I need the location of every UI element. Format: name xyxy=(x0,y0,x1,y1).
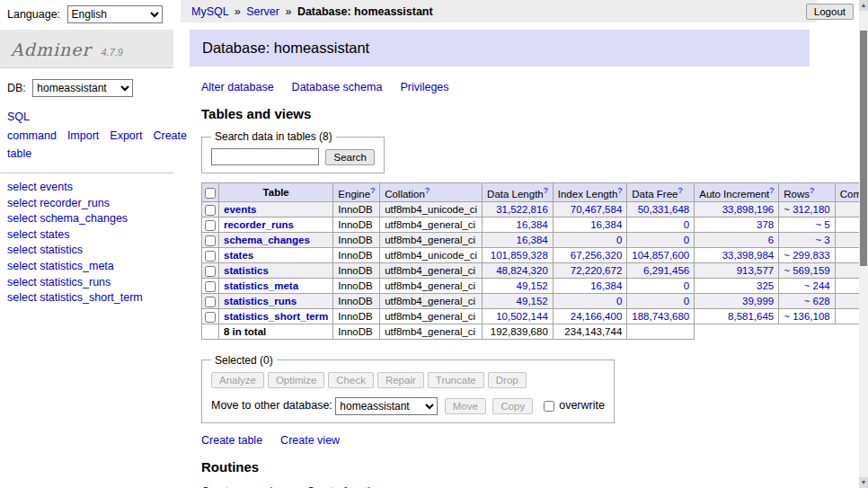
check-button[interactable]: Check xyxy=(328,372,374,388)
index-length-cell-link[interactable]: 0 xyxy=(616,296,622,306)
help-icon[interactable]: ? xyxy=(544,186,548,195)
index-length-cell-link[interactable]: 16,384 xyxy=(590,280,622,291)
db-nav-link[interactable]: Database schema xyxy=(292,81,383,93)
index-length-cell-link[interactable]: 0 xyxy=(616,235,622,245)
row-checkbox[interactable] xyxy=(205,266,216,277)
data-free-cell-link[interactable]: 0 xyxy=(684,219,689,230)
data-length-cell-link[interactable]: 31,522,816 xyxy=(496,204,548,215)
auto-increment-cell-link[interactable]: 8,581,645 xyxy=(728,311,774,322)
help-icon[interactable]: ? xyxy=(769,186,774,195)
data-length-cell-link[interactable]: 10,502,144 xyxy=(496,311,548,322)
overwrite-checkbox[interactable] xyxy=(544,401,554,412)
data-length-cell-link[interactable]: 101,859,328 xyxy=(491,250,548,261)
data-length-cell-link[interactable]: 48,824,320 xyxy=(496,265,548,276)
help-icon[interactable]: ? xyxy=(617,186,622,195)
rows-cell-link[interactable]: ~ 628 xyxy=(804,296,830,306)
sidebar-action-link[interactable]: Export xyxy=(110,129,142,142)
table-name-link[interactable]: schema_changes xyxy=(224,235,310,245)
data-free-cell-link[interactable]: 0 xyxy=(684,296,689,306)
row-checkbox[interactable] xyxy=(205,220,216,231)
auto-increment-cell-link[interactable]: 6 xyxy=(768,235,774,245)
data-free-cell-link[interactable]: 0 xyxy=(684,280,689,291)
repair-button[interactable]: Repair xyxy=(377,372,424,388)
data-free-cell-link[interactable]: 50,331,648 xyxy=(638,204,690,215)
sidebar-table-link[interactable]: select recorder_runs xyxy=(7,197,110,209)
data-length-cell-link[interactable]: 16,384 xyxy=(517,219,548,230)
sidebar-table-link[interactable]: select schema_changes xyxy=(7,212,128,225)
row-checkbox[interactable] xyxy=(205,281,216,292)
table-name-link[interactable]: statistics_runs xyxy=(224,296,297,306)
rows-cell-link[interactable]: ~ 3 xyxy=(815,235,829,245)
breadcrumb-mysql-link[interactable]: MySQL xyxy=(191,5,228,18)
table-name-link[interactable]: states xyxy=(224,250,253,261)
data-free-cell-link[interactable]: 6,291,456 xyxy=(643,265,689,276)
help-icon[interactable]: ? xyxy=(810,186,814,195)
rows-cell-link[interactable]: ~ 312,180 xyxy=(784,204,829,215)
index-length-cell-link[interactable]: 72,220,672 xyxy=(571,265,623,276)
table-name-link[interactable]: statistics xyxy=(224,265,269,276)
scrollbar-thumb[interactable] xyxy=(860,31,867,266)
row-checkbox[interactable] xyxy=(205,205,216,216)
help-icon[interactable]: ? xyxy=(370,186,375,195)
data-length-cell-link[interactable]: 49,152 xyxy=(517,280,548,291)
data-length-cell-link[interactable]: 16,384 xyxy=(517,235,548,245)
select-all-checkbox[interactable] xyxy=(205,188,216,199)
scrollbar-up-arrow[interactable]: ▲ xyxy=(859,0,868,11)
rows-cell-link[interactable]: ~ 569,159 xyxy=(784,265,829,276)
rows-cell-link[interactable]: ~ 299,833 xyxy=(784,250,829,261)
sidebar-table-link[interactable]: select states xyxy=(7,228,69,241)
sidebar-table-link[interactable]: select events xyxy=(7,181,73,193)
db-nav-link[interactable]: Alter database xyxy=(201,81,274,93)
sidebar-table-link[interactable]: select statistics_meta xyxy=(7,260,114,272)
copy-button[interactable]: Copy xyxy=(492,398,533,414)
search-input[interactable] xyxy=(211,148,319,165)
auto-increment-cell-link[interactable]: 325 xyxy=(757,280,774,291)
table-name-link[interactable]: recorder_runs xyxy=(224,219,294,230)
data-free-cell-link[interactable]: 188,743,680 xyxy=(632,311,689,322)
sidebar-action-link[interactable]: SQL command xyxy=(7,111,57,142)
move-db-select[interactable]: homeassistant xyxy=(335,397,438,415)
row-checkbox[interactable] xyxy=(205,312,216,323)
help-icon[interactable]: ? xyxy=(678,186,682,195)
row-checkbox[interactable] xyxy=(205,235,216,246)
scrollbar[interactable]: ▲ ▼ xyxy=(859,0,868,488)
auto-increment-cell-link[interactable]: 33,398,984 xyxy=(722,250,775,261)
analyze-button[interactable]: Analyze xyxy=(211,372,264,388)
table-name-link[interactable]: statistics_short_term xyxy=(224,311,328,322)
rows-cell-link[interactable]: ~ 244 xyxy=(804,280,830,291)
table-name-link[interactable]: events xyxy=(224,204,256,215)
create-link[interactable]: Create table xyxy=(201,434,262,447)
optimize-button[interactable]: Optimize xyxy=(268,372,324,388)
db-nav-link[interactable]: Privileges xyxy=(400,81,448,93)
auto-increment-cell-link[interactable]: 33,898,196 xyxy=(722,204,775,215)
truncate-button[interactable]: Truncate xyxy=(428,372,484,388)
table-name-link[interactable]: statistics_meta xyxy=(224,280,298,291)
index-length-cell-link[interactable]: 24,166,400 xyxy=(571,311,623,322)
rows-cell-link[interactable]: ~ 136,108 xyxy=(784,311,829,322)
sidebar-table-link[interactable]: select statistics_short_term xyxy=(7,291,143,304)
sidebar-table-link[interactable]: select statistics_runs xyxy=(7,276,111,288)
breadcrumb-server-link[interactable]: Server xyxy=(246,5,279,18)
sidebar-action-link[interactable]: Import xyxy=(67,129,99,142)
auto-increment-cell-link[interactable]: 378 xyxy=(757,219,774,230)
language-select[interactable]: English xyxy=(67,5,163,23)
data-free-cell-link[interactable]: 104,857,600 xyxy=(632,250,689,261)
auto-increment-cell-link[interactable]: 39,999 xyxy=(742,296,774,306)
db-select[interactable]: homeassistant xyxy=(32,79,133,97)
rows-cell-link[interactable]: ~ 5 xyxy=(815,219,829,230)
move-button[interactable]: Move xyxy=(445,398,486,414)
help-icon[interactable]: ? xyxy=(425,186,430,195)
data-length-cell-link[interactable]: 49,152 xyxy=(517,296,548,306)
row-checkbox[interactable] xyxy=(205,297,216,307)
data-free-cell-link[interactable]: 0 xyxy=(684,235,689,245)
logout-button[interactable]: Logout xyxy=(806,4,854,20)
auto-increment-cell-link[interactable]: 913,577 xyxy=(737,265,775,276)
index-length-cell-link[interactable]: 70,467,584 xyxy=(571,204,623,215)
overwrite-label[interactable]: overwrite xyxy=(559,399,605,412)
index-length-cell-link[interactable]: 16,384 xyxy=(590,219,622,230)
index-length-cell-link[interactable]: 67,256,320 xyxy=(571,250,623,261)
scrollbar-down-arrow[interactable]: ▼ xyxy=(859,477,868,488)
row-checkbox[interactable] xyxy=(205,251,216,262)
create-link[interactable]: Create view xyxy=(280,434,340,447)
drop-button[interactable]: Drop xyxy=(488,372,527,388)
